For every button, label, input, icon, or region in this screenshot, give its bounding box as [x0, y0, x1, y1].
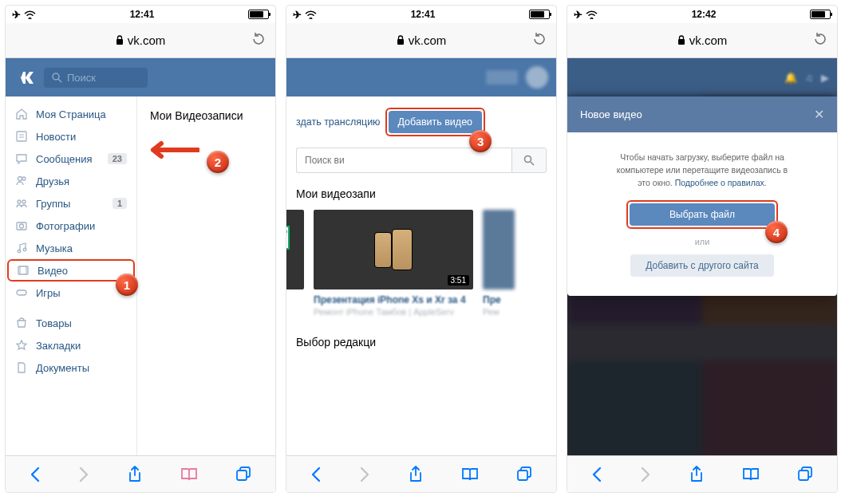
sidebar-item-messages[interactable]: Сообщения23 — [6, 148, 136, 170]
sidebar-item-profile[interactable]: Моя Страница — [6, 103, 136, 125]
section-title: Мои видеозапи — [286, 184, 556, 210]
airplane-mode-icon: ✈︎ — [293, 9, 302, 21]
news-icon — [15, 130, 28, 143]
sidebar-item-bookmarks[interactable]: Закладки — [6, 334, 136, 356]
market-icon — [15, 317, 28, 329]
search-input[interactable]: Поиск — [44, 68, 148, 88]
safari-address-bar[interactable]: vk.com — [6, 23, 275, 58]
avatar[interactable] — [526, 66, 548, 89]
sidebar-item-label: Видео — [38, 265, 68, 277]
step-marker-2: 2 — [207, 151, 229, 173]
svg-point-13 — [23, 248, 26, 251]
music-icon[interactable]: ♫ — [805, 72, 813, 84]
tabs-icon[interactable] — [516, 467, 532, 482]
wifi-icon — [586, 10, 598, 19]
camera-icon — [15, 219, 28, 232]
airplane-mode-icon: ✈︎ — [12, 9, 21, 21]
thumb-subtitle: Рем — [483, 307, 515, 317]
lock-icon — [116, 35, 124, 45]
url-text: vk.com — [689, 33, 728, 47]
tabs-icon[interactable] — [235, 467, 251, 482]
sidebar-item-label: Сообщения — [36, 153, 93, 165]
vk-logo-icon[interactable] — [14, 71, 36, 85]
airplane-mode-icon: ✈︎ — [574, 9, 582, 21]
sidebar-item-label: Документы — [36, 362, 89, 374]
video-icon[interactable]: ▶ — [821, 72, 829, 84]
upload-video-modal: Новое видео ✕ Чтобы начать загрузку, выб… — [567, 96, 837, 296]
bookmarks-icon[interactable] — [461, 467, 479, 482]
sidebar-item-label: Друзья — [36, 175, 69, 187]
page-title: Мои Видеозаписи — [150, 109, 243, 122]
sidebar-item-market[interactable]: Товары — [6, 312, 136, 334]
ios-status-bar: ✈︎ 12:41 — [286, 6, 556, 23]
video-thumb[interactable]: BIENVENIDO DURAN ТИХАЯ Видео 1 Ziiy Kuzm… — [286, 210, 304, 317]
svg-rect-3 — [17, 132, 26, 141]
step-marker-3: 3 — [469, 130, 492, 152]
back-icon[interactable] — [310, 467, 322, 482]
sidebar-item-video[interactable]: Видео 1 — [7, 259, 135, 282]
reload-icon[interactable] — [532, 31, 547, 50]
close-icon[interactable]: ✕ — [814, 107, 824, 122]
safari-address-bar[interactable]: vk.com — [567, 23, 837, 58]
safari-address-bar[interactable]: vk.com — [286, 23, 556, 58]
search-placeholder: Поиск — [67, 72, 96, 84]
ios-status-bar: ✈︎ 12:41 — [6, 6, 275, 23]
svg-point-11 — [20, 224, 24, 228]
video-thumb[interactable]: 3:51 Презентация iPhone Xs и Xr за 4 Рем… — [314, 210, 473, 317]
thumb-title: Пре — [483, 294, 515, 305]
bookmarks-icon[interactable] — [742, 467, 760, 482]
video-search-row — [286, 148, 556, 184]
search-button[interactable] — [511, 148, 547, 173]
header-icons: 🔔 ♫ ▶ — [784, 72, 829, 84]
svg-rect-0 — [116, 39, 123, 45]
url-text: vk.com — [409, 33, 447, 47]
share-icon[interactable] — [409, 466, 423, 483]
thumb-subtitle: Ремонт iPhone Тамбов | AppleServ — [314, 307, 473, 317]
battery-icon — [810, 10, 831, 19]
tabs-icon[interactable] — [797, 467, 813, 482]
friends-icon — [15, 175, 28, 187]
sidebar-item-label: Фотографии — [36, 220, 95, 232]
sidebar-item-documents[interactable]: Документы — [6, 356, 136, 379]
share-icon[interactable] — [128, 466, 142, 483]
svg-rect-23 — [678, 39, 685, 45]
svg-rect-22 — [518, 471, 527, 480]
svg-point-9 — [22, 200, 26, 203]
forward-icon — [359, 467, 370, 482]
sidebar-item-groups[interactable]: Группы1 — [6, 192, 136, 215]
vk-header — [286, 58, 556, 96]
choose-file-button[interactable]: Выбрать файл 4 — [626, 200, 778, 229]
back-icon[interactable] — [30, 467, 41, 482]
groups-icon — [15, 197, 28, 210]
games-icon — [15, 286, 28, 299]
tab-create-stream[interactable]: здать трансляцию — [296, 110, 381, 134]
reload-icon[interactable] — [813, 31, 827, 50]
music-icon — [15, 242, 28, 254]
rules-link[interactable]: Подробнее о правилах — [675, 178, 764, 187]
home-icon — [15, 108, 28, 120]
sidebar-item-friends[interactable]: Друзья — [6, 170, 136, 192]
add-from-other-site-button[interactable]: Добавить с другого сайта — [630, 254, 774, 277]
reload-icon[interactable] — [251, 31, 266, 50]
share-icon[interactable] — [689, 466, 704, 483]
sidebar-item-music[interactable]: Музыка — [6, 237, 136, 259]
bookmarks-icon[interactable] — [180, 467, 198, 482]
svg-line-2 — [58, 79, 61, 82]
search-icon — [52, 73, 62, 83]
search-icon — [523, 155, 535, 166]
safari-toolbar — [286, 455, 556, 492]
thumb-subtitle: Ziiy Kuzmich — [286, 307, 304, 317]
bell-icon[interactable]: 🔔 — [784, 72, 797, 84]
forward-icon — [640, 467, 651, 482]
add-video-button[interactable]: Добавить видео 3 — [385, 108, 486, 136]
wifi-icon — [305, 10, 317, 19]
video-thumb[interactable]: Пре Рем — [483, 210, 515, 317]
battery-icon — [529, 10, 550, 19]
back-icon[interactable] — [591, 467, 602, 482]
wifi-icon — [24, 10, 36, 19]
sidebar-item-news[interactable]: Новости — [6, 125, 136, 148]
sidebar-item-label: Товары — [36, 317, 72, 329]
video-icon — [17, 264, 30, 277]
sidebar-item-label: Музыка — [36, 242, 73, 254]
sidebar-item-photos[interactable]: Фотографии — [6, 215, 136, 237]
